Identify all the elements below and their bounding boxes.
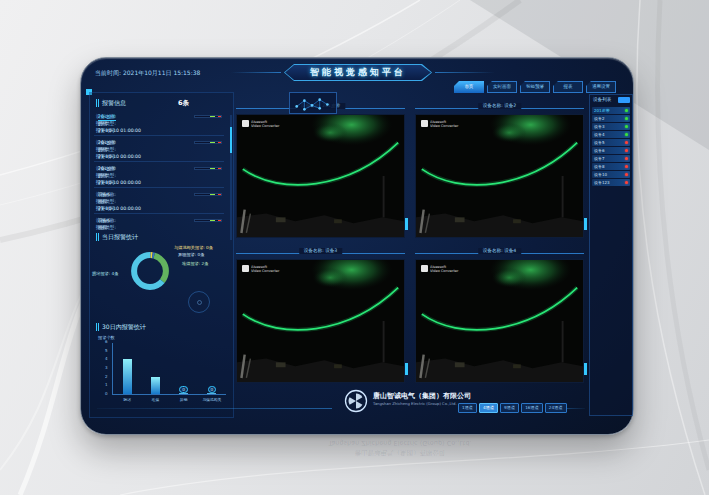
current-time: 当前时间: 2021年10月11日 15:15:38 [95, 69, 200, 77]
alarm-indicator [194, 141, 222, 144]
screen-reflection-text: 唐山智诚电气（集团）有限公司 Tangshan Zhicheng Electri… [280, 437, 520, 457]
device-list-item[interactable]: 设备4 [592, 131, 630, 138]
tab-home[interactable]: 首页 [454, 81, 484, 93]
video-watermark: AiseesoftVideo Converter [242, 120, 279, 129]
alarm-indicator [194, 193, 222, 196]
status-dot [625, 165, 628, 168]
alarm-list-item[interactable]: 设备名称:201皮带 报警类型:拥堵 报警时间:21-10-10 00:00:0… [94, 165, 224, 188]
status-dot [625, 173, 628, 176]
company-logo-icon [344, 389, 368, 413]
device-list-title: 设备列表 [593, 97, 611, 103]
video-panel-title: 设备名称: 设备4 [478, 248, 522, 254]
channel-1-button[interactable]: 1通道 [458, 403, 477, 413]
status-dot [625, 109, 628, 112]
video-feed[interactable]: AiseesoftVideo Converter [415, 114, 584, 238]
video-panel-3[interactable]: 设备名称: 设备3 AiseesoftVideo Converter [234, 247, 407, 383]
alarm-list-item[interactable]: 设备名称:设备6 报警类型:堆煤 [94, 217, 224, 231]
desktop-background: 当前时间: 2021年10月11日 15:15:38 智能视觉感知平台 首页 实… [0, 0, 709, 495]
video-panel-header: 设备名称: 设备2 [413, 102, 586, 114]
device-list-item[interactable]: 设备6 [592, 147, 630, 154]
channel-24-button[interactable]: 24通道 [545, 403, 567, 413]
channel-4-button[interactable]: 4通道 [479, 403, 498, 413]
video-feed[interactable]: AiseesoftVideo Converter [236, 114, 405, 238]
channel-16-button[interactable]: 16通道 [521, 403, 543, 413]
daily-stats-title: 当日报警统计 [96, 233, 138, 241]
tab-report[interactable]: 报表 [553, 81, 583, 93]
alarm-list-item[interactable]: 设备名称:201皮带 报警类型:拥堵 报警时间:21-10-10 00:00:0… [94, 139, 224, 162]
donut-callout: 与煤流相关报警: 0条 [174, 245, 213, 250]
status-dot [625, 181, 628, 184]
tab-live-view[interactable]: 实时画面 [487, 81, 517, 93]
alarm-panel: 报警信息 6条 设备名称:201皮带 报警类型:拥堵 报警时间:21-10-10… [89, 92, 234, 418]
alarm-list-scrollbar[interactable] [230, 115, 232, 240]
status-dot [625, 133, 628, 136]
device-list-item[interactable]: 设备123 [592, 179, 630, 186]
video-scene [416, 260, 583, 382]
alarm-indicator [194, 115, 222, 118]
channel-9-button[interactable]: 9通道 [500, 403, 519, 413]
monthly-alarm-bar-chart: 4拥堵2堆煤0异物0与煤流相关0123456 [102, 343, 230, 413]
device-list: 201皮带 设备2 设备3 设备4 设备5 设备6 设备7 设备8 设备10 设… [592, 107, 630, 187]
device-list-item[interactable]: 设备2 [592, 115, 630, 122]
watermark-logo-icon [421, 120, 428, 127]
molecule-network-icon [289, 92, 337, 114]
video-panel-2[interactable]: 设备名称: 设备2 AiseesoftVideo Converter [413, 102, 586, 238]
tab-smart-warning[interactable]: 智能预警 [520, 81, 550, 93]
footer-line-left [97, 408, 332, 409]
alarm-list-item[interactable]: 设备名称:设备6 报警类型:堆煤 报警时间:21-10-10 00:00:00 [94, 191, 224, 214]
company-name-en: Tangshan Zhicheng Electric (Group) Co.,L… [373, 402, 457, 407]
video-panel-1[interactable]: 设备名称: 201皮带 AiseesoftVideo Converter [234, 102, 407, 238]
device-list-item[interactable]: 设备7 [592, 155, 630, 162]
alarm-count-badge: 6条 [178, 99, 189, 107]
device-list-item[interactable]: 设备5 [592, 139, 630, 146]
device-list-item[interactable]: 201皮带 [592, 107, 630, 114]
donut-callout: 堆煤报警: 2条 [182, 261, 208, 266]
video-watermark: AiseesoftVideo Converter [421, 265, 458, 274]
dashboard-screen: 当前时间: 2021年10月11日 15:15:38 智能视觉感知平台 首页 实… [80, 57, 634, 435]
device-list-panel: 设备列表 201皮带 设备2 设备3 设备4 设备5 设备6 设备7 设备8 设… [589, 94, 633, 416]
gauge-decor [188, 291, 210, 313]
company-name-cn: 唐山智诚电气（集团）有限公司 [373, 392, 471, 401]
status-dot [625, 125, 628, 128]
video-feed[interactable]: AiseesoftVideo Converter [236, 259, 405, 383]
status-dot [625, 157, 628, 160]
video-panel-header: 设备名称: 设备3 [234, 247, 407, 259]
status-dot [625, 141, 628, 144]
donut-callout: 异物报警: 0条 [178, 252, 204, 257]
video-panel-title: 设备名称: 设备3 [299, 248, 343, 254]
header-line-right [435, 72, 495, 73]
top-nav-tabs: 首页 实时画面 智能预警 报表 通用设置 [454, 81, 616, 93]
alarm-indicator [194, 219, 222, 222]
video-feed[interactable]: AiseesoftVideo Converter [415, 259, 584, 383]
tab-settings[interactable]: 通用设置 [586, 81, 616, 93]
video-panel-4[interactable]: 设备名称: 设备4 AiseesoftVideo Converter [413, 247, 586, 383]
page-title-plate: 智能视觉感知平台 [284, 64, 432, 81]
device-list-item[interactable]: 设备3 [592, 123, 630, 130]
video-scene [416, 115, 583, 237]
alarm-panel-title: 报警信息 [96, 99, 126, 107]
header-line-left [231, 72, 281, 73]
alarm-indicator [194, 167, 222, 170]
status-dot [625, 149, 628, 152]
video-scene [237, 260, 404, 382]
video-panel-header: 设备名称: 设备4 [413, 247, 586, 259]
device-list-tab-pill[interactable] [618, 97, 630, 103]
monthly-stats-title: 30日内报警统计 [96, 323, 146, 331]
video-scene [237, 115, 404, 237]
watermark-logo-icon [242, 120, 249, 127]
watermark-logo-icon [421, 265, 428, 272]
status-dot [625, 117, 628, 120]
video-panel-title: 设备名称: 设备2 [478, 103, 522, 109]
video-watermark: AiseesoftVideo Converter [242, 265, 279, 274]
watermark-logo-icon [242, 265, 249, 272]
donut-callout: 拥堵报警: 4条 [92, 271, 118, 276]
video-watermark: AiseesoftVideo Converter [421, 120, 458, 129]
device-list-item[interactable]: 设备8 [592, 163, 630, 170]
channel-switcher: 1通道 4通道 9通道 16通道 24通道 [458, 403, 567, 413]
device-list-item[interactable]: 设备10 [592, 171, 630, 178]
daily-alarm-donut-chart [130, 251, 170, 291]
page-title: 智能视觉感知平台 [310, 67, 406, 78]
alarm-list-item[interactable]: 设备名称:201皮带 报警类型:拥堵 报警时间:21-10-10 01:00:0… [94, 113, 224, 136]
